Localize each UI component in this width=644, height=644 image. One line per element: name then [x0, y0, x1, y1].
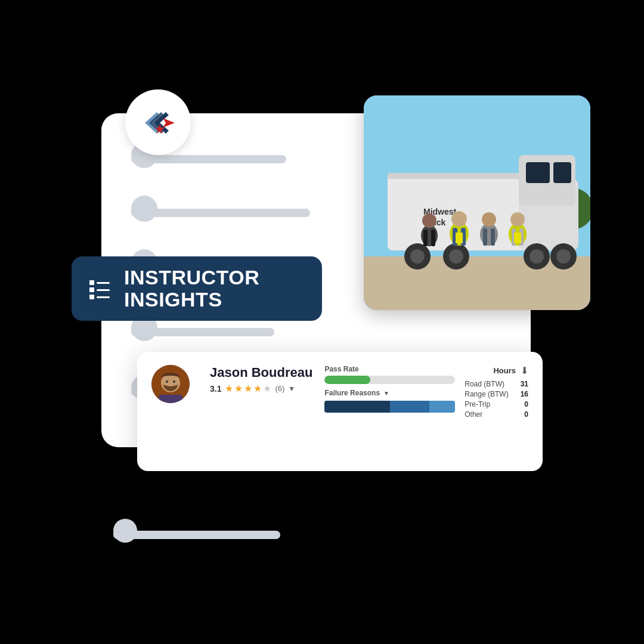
svg-rect-16 — [526, 162, 550, 183]
failure-reasons-row[interactable]: Failure Reasons ▼ — [324, 389, 455, 397]
failure-reasons-arrow: ▼ — [383, 390, 389, 397]
insights-banner: INSTRUCTOR INSIGHTS — [72, 256, 322, 321]
svg-rect-31 — [431, 230, 435, 246]
placeholder-line-1b — [131, 155, 239, 161]
avatar — [151, 365, 190, 403]
rating-dropdown-arrow[interactable]: ▼ — [288, 385, 295, 393]
svg-rect-5 — [97, 289, 110, 291]
svg-point-21 — [449, 249, 463, 264]
failure-bar — [324, 401, 455, 413]
logo-container — [125, 89, 191, 155]
placeholder-line-2b — [131, 209, 250, 215]
placeholder-line-4b — [131, 328, 215, 334]
svg-rect-36 — [456, 233, 463, 243]
svg-rect-40 — [491, 228, 495, 246]
svg-rect-6 — [97, 296, 110, 298]
hours-row-4: Other 0 — [465, 410, 528, 419]
svg-rect-13 — [388, 173, 537, 179]
svg-point-29 — [422, 213, 436, 228]
truck-photo: Midwest Truck — [364, 95, 590, 310]
svg-point-50 — [173, 380, 175, 383]
svg-rect-39 — [483, 228, 487, 246]
hours-row-1: Road (BTW) 31 — [465, 380, 528, 388]
avatar-svg — [151, 365, 190, 403]
failure-segment-2 — [390, 401, 429, 413]
instructor-data-card: Jason Boudreau 3.1 ★ ★ ★ ★ ★ (6) ▼ — [137, 352, 543, 471]
svg-point-33 — [451, 211, 467, 227]
failure-segment-1 — [324, 401, 389, 413]
hours-value-4: 0 — [524, 410, 528, 419]
truck-scene-svg: Midwest Truck — [364, 95, 590, 310]
review-count: (6) — [275, 384, 284, 393]
svg-point-42 — [510, 212, 525, 227]
hours-header: Hours ⬇ — [465, 365, 528, 376]
svg-rect-17 — [553, 162, 571, 183]
stats-section: Pass Rate Failure Reasons ▼ — [312, 365, 455, 420]
pass-rate-bar — [324, 376, 455, 384]
insights-title: INSTRUCTOR INSIGHTS — [124, 267, 259, 311]
star-4: ★ — [253, 383, 262, 394]
photo-container: Midwest Truck — [364, 95, 590, 310]
failure-segment-3 — [429, 401, 456, 413]
logo-icon — [136, 100, 181, 145]
svg-point-49 — [166, 380, 168, 383]
svg-rect-3 — [89, 295, 94, 299]
insights-list-icon — [88, 277, 112, 301]
pass-rate-label: Pass Rate — [324, 365, 455, 373]
svg-point-23 — [530, 249, 544, 264]
hours-row-3: Pre-Trip 0 — [465, 400, 528, 408]
svg-rect-45 — [514, 233, 521, 243]
hours-value-2: 16 — [521, 390, 528, 398]
star-2: ★ — [234, 383, 243, 394]
hours-category-1: Road (BTW) — [465, 380, 504, 388]
hours-label: Hours — [493, 366, 516, 375]
svg-rect-47 — [159, 395, 182, 403]
star-5: ★ — [263, 383, 271, 394]
rating-value: 3.1 — [210, 384, 221, 394]
pass-rate-fill — [324, 376, 370, 384]
svg-rect-30 — [423, 230, 428, 246]
hours-category-2: Range (BTW) — [465, 390, 508, 398]
hours-category-3: Pre-Trip — [465, 400, 490, 408]
star-1: ★ — [225, 383, 233, 394]
hours-category-4: Other — [465, 410, 482, 419]
svg-rect-1 — [89, 280, 94, 285]
svg-point-38 — [482, 212, 496, 227]
svg-point-19 — [410, 249, 425, 264]
hours-row-2: Range (BTW) 16 — [465, 390, 528, 398]
hours-section: Hours ⬇ Road (BTW) 31 Range (BTW) 16 Pre… — [455, 365, 528, 420]
failure-reasons-label: Failure Reasons — [324, 389, 380, 397]
rating-row: 3.1 ★ ★ ★ ★ ★ (6) ▼ — [210, 383, 312, 394]
svg-rect-4 — [97, 282, 110, 284]
instructor-name: Jason Boudreau — [210, 365, 312, 380]
bottom-line-2 — [113, 531, 233, 537]
star-3: ★ — [244, 383, 252, 394]
svg-point-25 — [556, 249, 571, 264]
hours-value-1: 31 — [521, 380, 528, 388]
download-icon[interactable]: ⬇ — [521, 365, 528, 376]
svg-rect-2 — [89, 287, 94, 292]
hours-value-3: 0 — [524, 400, 528, 408]
instructor-info: Jason Boudreau 3.1 ★ ★ ★ ★ ★ (6) ▼ — [210, 365, 312, 394]
stars: ★ ★ ★ ★ ★ — [225, 383, 271, 394]
